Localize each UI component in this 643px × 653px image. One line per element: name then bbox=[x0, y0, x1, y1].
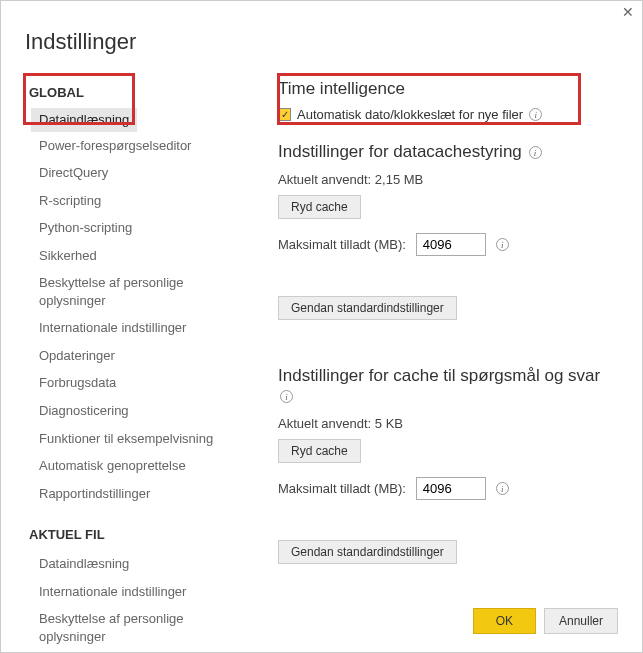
auto-datetime-label: Automatisk dato/klokkeslæt for nye filer bbox=[297, 107, 523, 122]
sidebar-section-global: GLOBAL bbox=[25, 79, 260, 108]
sidebar-item-cf-autorecovery[interactable]: Automatisk genoprettelse bbox=[31, 650, 260, 652]
content-pane: Time intelligence ✓ Automatisk dato/klok… bbox=[260, 73, 618, 652]
auto-datetime-checkbox[interactable]: ✓ bbox=[278, 108, 291, 121]
info-icon[interactable]: i bbox=[496, 238, 509, 251]
qa-clear-cache-button[interactable]: Ryd cache bbox=[278, 439, 361, 463]
sidebar-item-dataload[interactable]: Dataindlæsning bbox=[31, 108, 137, 132]
options-dialog: ✕ Indstillinger GLOBAL Dataindlæsning Po… bbox=[0, 0, 643, 653]
qacache-max-label: Maksimalt tilladt (MB): bbox=[278, 481, 406, 496]
qa-restore-defaults-button[interactable]: Gendan standardindstillinger bbox=[278, 540, 457, 564]
sidebar-item-regional[interactable]: Internationale indstillinger bbox=[31, 314, 260, 342]
info-icon[interactable]: i bbox=[496, 482, 509, 495]
datacache-title-text: Indstillinger for datacachestyring bbox=[278, 142, 522, 161]
qacache-used: Aktuelt anvendt: 5 KB bbox=[278, 416, 618, 431]
datacache-title: Indstillinger for datacachestyring i bbox=[278, 142, 618, 162]
sidebar-item-preview[interactable]: Funktioner til eksempelvisning bbox=[31, 425, 260, 453]
sidebar-item-rscripting[interactable]: R-scripting bbox=[31, 187, 260, 215]
sidebar-item-updates[interactable]: Opdateringer bbox=[31, 342, 260, 370]
info-icon[interactable]: i bbox=[529, 146, 542, 159]
sidebar-item-pqeditor[interactable]: Power-forespørgselseditor bbox=[31, 132, 260, 160]
time-intelligence-title: Time intelligence bbox=[278, 79, 618, 99]
restore-defaults-button[interactable]: Gendan standardindstillinger bbox=[278, 296, 457, 320]
cancel-button[interactable]: Annuller bbox=[544, 608, 618, 634]
sidebar-item-usagedata[interactable]: Forbrugsdata bbox=[31, 369, 260, 397]
info-icon[interactable]: i bbox=[529, 108, 542, 121]
dialog-title: Indstillinger bbox=[1, 23, 642, 73]
qacache-max-row: Maksimalt tilladt (MB): i bbox=[278, 477, 618, 500]
sidebar-item-diagnostics[interactable]: Diagnosticering bbox=[31, 397, 260, 425]
datacache-max-row: Maksimalt tilladt (MB): i bbox=[278, 233, 618, 256]
close-icon[interactable]: ✕ bbox=[622, 4, 634, 20]
datacache-max-input[interactable] bbox=[416, 233, 486, 256]
ok-button[interactable]: OK bbox=[473, 608, 536, 634]
sidebar: GLOBAL Dataindlæsning Power-forespørgsel… bbox=[25, 73, 260, 652]
datacache-max-label: Maksimalt tilladt (MB): bbox=[278, 237, 406, 252]
sidebar-item-cf-privacy[interactable]: Beskyttelse af personlige oplysninger bbox=[31, 605, 260, 650]
sidebar-section-currentfile: AKTUEL FIL bbox=[25, 521, 260, 550]
sidebar-item-security[interactable]: Sikkerhed bbox=[31, 242, 260, 270]
dialog-footer: OK Annuller bbox=[473, 608, 618, 634]
qacache-max-input[interactable] bbox=[416, 477, 486, 500]
sidebar-item-cf-regional[interactable]: Internationale indstillinger bbox=[31, 578, 260, 606]
sidebar-item-cf-dataload[interactable]: Dataindlæsning bbox=[31, 550, 260, 578]
sidebar-item-privacy[interactable]: Beskyttelse af personlige oplysninger bbox=[31, 269, 260, 314]
sidebar-item-autorecovery[interactable]: Automatisk genoprettelse bbox=[31, 452, 260, 480]
titlebar: ✕ bbox=[1, 1, 642, 23]
info-icon[interactable]: i bbox=[280, 390, 293, 403]
clear-cache-button[interactable]: Ryd cache bbox=[278, 195, 361, 219]
qacache-title-text: Indstillinger for cache til spørgsmål og… bbox=[278, 366, 600, 385]
qacache-title: Indstillinger for cache til spørgsmål og… bbox=[278, 366, 618, 406]
sidebar-item-pythonscripting[interactable]: Python-scripting bbox=[31, 214, 260, 242]
sidebar-item-reportsettings[interactable]: Rapportindstillinger bbox=[31, 480, 260, 508]
dialog-body: GLOBAL Dataindlæsning Power-forespørgsel… bbox=[1, 73, 642, 652]
auto-datetime-row: ✓ Automatisk dato/klokkeslæt for nye fil… bbox=[278, 107, 618, 122]
sidebar-item-directquery[interactable]: DirectQuery bbox=[31, 159, 260, 187]
datacache-used: Aktuelt anvendt: 2,15 MB bbox=[278, 172, 618, 187]
